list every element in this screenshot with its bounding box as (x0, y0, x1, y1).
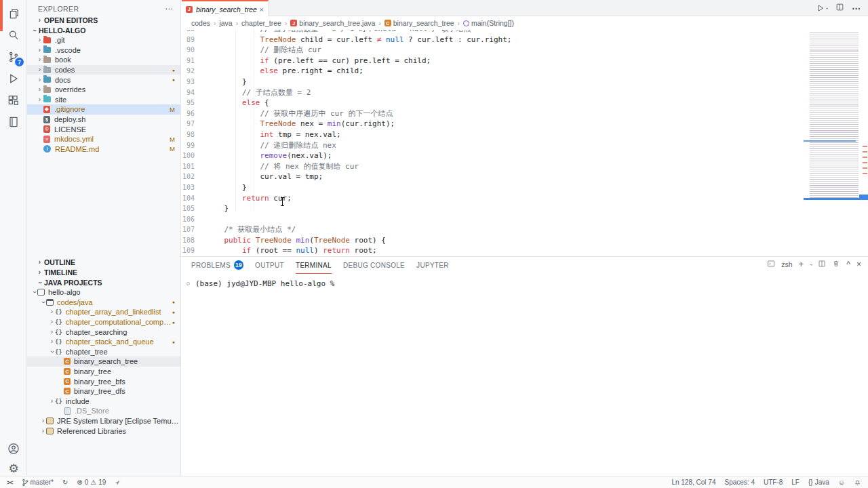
explorer-item-gitignore[interactable]: ◆.gitignoreM (27, 104, 180, 115)
shell-name[interactable]: zsh (781, 260, 792, 268)
java-item-chapter-stack-and-queue[interactable]: ›{}chapter_stack_and_queue● (27, 337, 180, 347)
explorer-item-book[interactable]: ›book (27, 55, 180, 65)
code-line-88[interactable]: 88 // 当子结点数量 = 0 / 1 时，child = null / 该子… (182, 30, 868, 35)
run-debug-icon[interactable] (0, 69, 27, 88)
code-line-101[interactable]: 101 // 将 nex 的值复制给 cur (182, 161, 868, 172)
explorer-item-readme-md[interactable]: iREADME.mdM (27, 144, 180, 155)
code-line-98[interactable]: 98 int tmp = nex.val; (182, 129, 868, 140)
code-line-96[interactable]: 96 // 获取中序遍历中 cur 的下一个结点 (182, 108, 868, 119)
java-item-ds-store[interactable]: .DS_Store (27, 406, 180, 416)
explorer-item-vscode[interactable]: ›.vscode (27, 45, 180, 56)
java-item-chapter-searching[interactable]: ›{}chapter_searching (27, 327, 180, 337)
run-button[interactable]: › (816, 3, 828, 13)
code-line-89[interactable]: 89 TreeNode child = cur.left ≠ null ? cu… (182, 35, 868, 45)
java-item-codes-java[interactable]: ›codes/java● (27, 298, 180, 308)
split-terminal-icon[interactable] (818, 260, 826, 269)
breadcrumb-chapter-tree[interactable]: chapter_tree (241, 19, 281, 27)
outline-section[interactable]: › OUTLINE (27, 257, 180, 267)
java-item-binary-search-tree[interactable]: Cbinary_search_tree (27, 357, 180, 367)
breadcrumb-java[interactable]: java (219, 19, 232, 27)
code-line-92[interactable]: 92 else pre.right = child; (182, 66, 868, 77)
java-item-chapter-tree[interactable]: ›{}chapter_tree (27, 347, 180, 357)
file-icon (64, 407, 71, 415)
breadcrumb-codes[interactable]: codes (191, 19, 210, 27)
settings-gear-icon[interactable]: ⚙ (0, 459, 27, 478)
panel-tab-problems[interactable]: PROBLEMS19 (191, 257, 243, 274)
java-status-rocket-icon[interactable]: ➢ (113, 478, 123, 487)
source-control-icon[interactable]: 7 (0, 47, 27, 66)
explorer-item-codes[interactable]: ›codes● (27, 65, 180, 75)
java-item-include[interactable]: ›{}include (27, 396, 180, 407)
encoding-setting[interactable]: UTF-8 (764, 479, 783, 486)
close-panel-icon[interactable]: × (856, 260, 861, 268)
code-line-99[interactable]: 99 // 递归删除结点 nex (182, 140, 868, 151)
java-item-chapter-array-and-linkedlist[interactable]: ›{}chapter_array_and_linkedlist● (27, 307, 180, 317)
java-item-binary-tree-dfs[interactable]: Cbinary_tree_dfs (27, 386, 180, 396)
remote-indicator-icon[interactable]: >< (7, 479, 13, 486)
explorer-item-git[interactable]: ›.git (27, 35, 180, 45)
git-branch-item[interactable]: master* (22, 479, 54, 487)
code-line-107[interactable]: 107 /* 获取最小结点 */ (182, 224, 868, 235)
workspace-root-section[interactable]: › HELLO-ALGO (27, 25, 180, 35)
explorer-item-docs[interactable]: ›docs● (27, 75, 180, 85)
code-line-93[interactable]: 93 } (182, 77, 868, 87)
panel-tab-terminal[interactable]: TERMINAL (296, 257, 332, 274)
explorer-item-deploy-sh[interactable]: $deploy.sh (27, 115, 180, 125)
language-mode[interactable]: {} Java (808, 479, 829, 486)
minimap[interactable] (810, 33, 859, 198)
breadcrumb-binary-search-tree-java[interactable]: Jbinary_search_tree.java (290, 19, 375, 27)
extensions-icon[interactable] (0, 91, 27, 110)
feedback-smiley-icon[interactable]: ☺ (838, 479, 845, 486)
java-item-jre-system-library-eclipse-temurin-17-17[interactable]: ›JRE System Library [Eclipse Temurin 17 … (27, 416, 180, 426)
more-actions-icon[interactable]: ⋯ (165, 4, 174, 14)
account-icon[interactable] (0, 439, 27, 458)
java-item-binary-tree-bfs[interactable]: Cbinary_tree_bfs (27, 376, 180, 386)
maximize-panel-icon[interactable]: ^ (846, 260, 850, 268)
terminal-dropdown-icon[interactable]: › (808, 264, 814, 266)
sync-icon[interactable]: ↻ (62, 479, 68, 486)
code-line-102[interactable]: 102 cur.val = tmp; (182, 171, 868, 182)
kill-terminal-icon[interactable] (832, 260, 840, 269)
notifications-bell-icon[interactable] (854, 479, 861, 487)
cursor-position[interactable]: Ln 128, Col 74 (671, 479, 715, 486)
code-line-94[interactable]: 94 // 子结点数量 = 2 (182, 87, 868, 98)
java-item-referenced-libraries[interactable]: ›Referenced Libraries (27, 426, 180, 436)
code-line-106[interactable]: 106 (182, 214, 868, 225)
terminal-prompt[interactable]: (base) jyd@JYD-MBP hello-algo % (195, 279, 334, 288)
tab-binary-search-tree-java[interactable]: J binary_search_tree.java × (182, 0, 269, 17)
close-icon[interactable]: × (260, 5, 264, 14)
notebook-icon[interactable] (0, 113, 27, 131)
open-editors-section[interactable]: › OPEN EDITORS (27, 15, 180, 25)
eol-setting[interactable]: LF (791, 479, 800, 486)
code-line-95[interactable]: 95 else { (182, 98, 868, 108)
java-item-hello-algo[interactable]: ›hello-algo (27, 287, 180, 298)
java-projects-section[interactable]: › JAVA PROJECTS (27, 277, 180, 287)
problems-summary[interactable]: ⊗ 0 ⚠ 19 (77, 479, 106, 486)
split-editor-icon[interactable] (835, 2, 844, 14)
code-line-91[interactable]: 91 if (pre.left == cur) pre.left = child… (182, 56, 868, 66)
breadcrumb-main-string[interactable]: main(String[]) (463, 19, 514, 27)
files-explorer-icon[interactable] (0, 4, 27, 23)
java-item-binary-tree[interactable]: Cbinary_tree (27, 367, 180, 377)
panel-tab-jupyter[interactable]: JUPYTER (416, 257, 449, 274)
panel-tab-output[interactable]: OUTPUT (255, 257, 284, 274)
indentation-setting[interactable]: Spaces: 4 (724, 479, 754, 486)
code-line-108[interactable]: 108 public TreeNode min(TreeNode root) { (182, 235, 868, 246)
code-line-100[interactable]: 100 remove(nex.val); (182, 150, 868, 161)
code-line-103[interactable]: 103 } (182, 182, 868, 193)
panel-tab-debug-console[interactable]: DEBUG CONSOLE (343, 257, 405, 274)
java-item-chapter-computational-complexity[interactable]: ›{}chapter_computational_complexity● (27, 317, 180, 327)
new-terminal-icon[interactable]: + (799, 260, 804, 268)
explorer-item-site[interactable]: ›site (27, 95, 180, 105)
explorer-item-license[interactable]: ©LICENSE (27, 124, 180, 134)
breadcrumb-binary-search-tree[interactable]: Cbinary_search_tree (384, 19, 454, 27)
explorer-item-overrides[interactable]: ›overrides (27, 85, 180, 95)
code-line-97[interactable]: 97 TreeNode nex = min(cur.right); (182, 119, 868, 129)
code-line-90[interactable]: 90 // 删除结点 cur (182, 45, 868, 56)
explorer-item-mkdocs-yml[interactable]: ≡mkdocs.ymlM (27, 134, 180, 144)
code-editor[interactable]: 88 // 当子结点数量 = 0 / 1 时，child = null / 该子… (182, 30, 868, 256)
search-icon[interactable] (0, 26, 27, 45)
more-actions-icon[interactable]: ⋯ (852, 3, 861, 14)
code-line-109[interactable]: 109 if (root == null) return root; (182, 245, 868, 256)
timeline-section[interactable]: › TIMELINE (27, 267, 180, 277)
